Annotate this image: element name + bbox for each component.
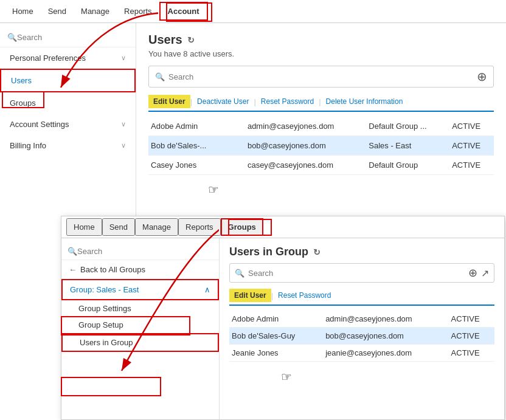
user-name: Adobe Admin [229,311,323,328]
top-nav: Home Send Manage Reports Account [0,0,506,23]
nav-account[interactable]: Account [159,2,208,21]
chevron-up-icon: ∧ [204,285,210,294]
back-arrow-icon: ← [69,265,77,274]
chevron-down-icon: ∨ [121,142,126,150]
table-row[interactable]: Adobe Admin admin@caseyjones.dom Default… [148,117,494,136]
add-user-icon[interactable]: ⊕ [477,69,487,84]
users-in-group-item[interactable]: Users in Group [61,333,219,352]
edit-user-button2[interactable]: Edit User [229,289,271,302]
sidebar-item-label: Users [11,76,32,85]
panel-title: Users ↻ [148,33,494,47]
user-status: ACTIVE [449,328,494,345]
search-icon: 🔍 [7,33,17,42]
group-users-search-input[interactable] [248,269,465,278]
user-name: Bob de'Sales-Guy [229,328,323,345]
user-name: Adobe Admin [148,117,245,136]
user-group: Sales - East [366,136,449,156]
table-row[interactable]: Casey Jones casey@caseyjones.dom Default… [148,156,494,175]
group-users-search-bar[interactable]: 🔍 ⊕ ↗ [229,263,494,283]
chevron-down-icon: ∨ [121,54,126,62]
user-name: Jeanie Jones [229,345,323,362]
user-group: Default Group ... [366,117,449,136]
nav-reports[interactable]: Reports [117,3,159,19]
group-label: Group: Sales - East [70,285,139,294]
users-search-input[interactable] [168,72,472,81]
user-status: ACTIVE [449,311,494,328]
active-users-text: You have 8 active users. [148,49,494,58]
window2-body: 🔍 ← Back to All Groups Group: Sales - Ea… [61,238,504,419]
sidebar-item-label: Account Settings [10,120,69,129]
deactivate-user-button[interactable]: Deactivate User [192,95,254,108]
user-status: ACTIVE [449,117,494,136]
back-to-all-groups-link[interactable]: ← Back to All Groups [61,260,219,279]
users-table: Adobe Admin admin@caseyjones.dom Default… [148,117,494,175]
user-group: Default Group [366,156,449,175]
sidebar-search-container[interactable]: 🔍 [0,28,136,47]
w2-nav-send[interactable]: Send [102,218,135,236]
sidebar2-search-container[interactable]: 🔍 [61,243,219,260]
sidebar-item-groups[interactable]: Groups [0,92,136,114]
refresh-icon[interactable]: ↻ [187,35,195,45]
group-settings-item[interactable]: Group Settings [61,300,219,317]
action-buttons: Edit User | Deactivate User | Reset Pass… [148,95,494,112]
sidebar-item-billing-info[interactable]: Billing Info ∨ [0,135,136,156]
sidebar2: 🔍 ← Back to All Groups Group: Sales - Ea… [61,238,220,419]
reset-password-button[interactable]: Reset Password [256,95,319,108]
user-email: admin@caseyjones.dom [245,117,366,136]
user-name: Bob de'Sales-... [148,136,245,156]
sidebar-item-label: Groups [10,98,36,108]
reset-password-button2[interactable]: Reset Password [273,289,336,302]
sidebar-item-users[interactable]: Users [0,69,136,92]
sidebar-search-input[interactable] [17,33,128,42]
w2-nav-manage[interactable]: Manage [135,218,178,236]
edit-user-button[interactable]: Edit User [148,95,190,108]
user-email: casey@caseyjones.dom [245,156,366,175]
user-name: Casey Jones [148,156,245,175]
right-panel2: Users in Group ↻ 🔍 ⊕ ↗ Edit User | Reset… [220,238,504,419]
w2-nav-reports[interactable]: Reports [178,218,221,236]
nav-manage[interactable]: Manage [74,3,117,19]
window2: Home Send Manage Reports Groups 🔍 ← Back… [61,216,505,420]
w2-nav-home[interactable]: Home [66,218,102,236]
user-status: ACTIVE [449,345,494,362]
nav-home[interactable]: Home [5,3,41,19]
refresh-icon[interactable]: ↻ [313,247,321,257]
export-icon[interactable]: ↗ [481,267,489,279]
sidebar-item-label: Billing Info [10,141,46,150]
panel-title-text: Users [148,33,182,47]
table-row[interactable]: Adobe Admin admin@caseyjones.dom ACTIVE [229,311,494,328]
user-email: bob@caseyjones.dom [245,136,366,156]
user-status: ACTIVE [449,156,494,175]
user-email: admin@caseyjones.dom [323,311,448,328]
user-status: ACTIVE [449,136,494,156]
group-users-table: Adobe Admin admin@caseyjones.dom ACTIVE … [229,311,494,362]
user-email: bob@caseyjones.dom [323,328,448,345]
back-label: Back to All Groups [80,265,145,274]
search-icon: 🔍 [235,269,244,278]
window2-nav: Home Send Manage Reports Groups [61,216,504,238]
search-icon: 🔍 [155,72,165,81]
search-icon: 🔍 [68,247,77,256]
users-search-bar[interactable]: 🔍 ⊕ [148,66,494,88]
sidebar2-search-input[interactable] [77,247,213,256]
delete-user-button[interactable]: Delete User Information [321,95,408,108]
sidebar-item-account-settings[interactable]: Account Settings ∨ [0,114,136,135]
group-setup-item[interactable]: Group Setup [61,317,219,333]
chevron-down-icon: ∨ [121,120,126,128]
action-buttons2: Edit User | Reset Password [229,289,494,306]
sidebar-item-label: Personal Preferences [10,53,86,63]
nav-send[interactable]: Send [41,3,74,19]
table-row[interactable]: Bob de'Sales-Guy bob@caseyjones.dom ACTI… [229,328,494,345]
add-icon[interactable]: ⊕ [468,266,477,280]
sidebar-item-personal-preferences[interactable]: Personal Preferences ∨ [0,47,136,69]
table-row[interactable]: Bob de'Sales-... bob@caseyjones.dom Sale… [148,136,494,156]
panel2-title: Users in Group ↻ [229,246,494,258]
table-row[interactable]: Jeanie Jones jeanie@caseyjones.dom ACTIV… [229,345,494,362]
user-email: jeanie@caseyjones.dom [323,345,448,362]
w2-nav-groups[interactable]: Groups [221,218,263,236]
group-sales-east-item[interactable]: Group: Sales - East ∧ [61,279,219,300]
panel2-title-text: Users in Group [229,246,308,258]
